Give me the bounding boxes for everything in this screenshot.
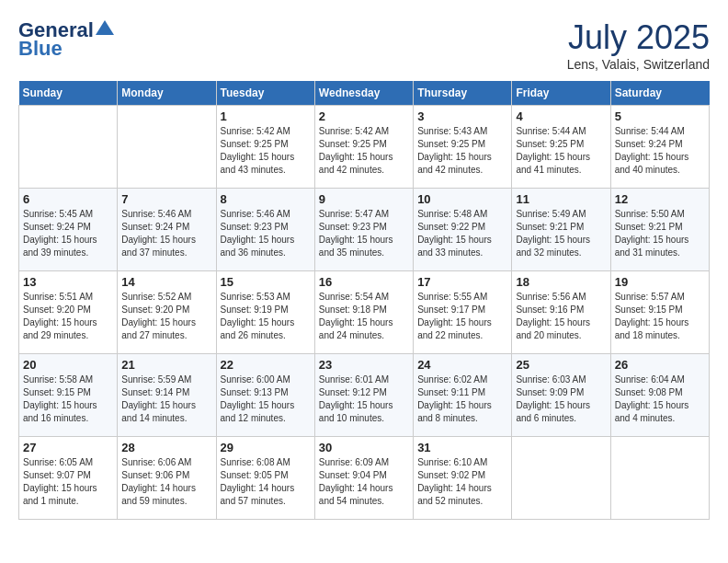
table-cell: 20Sunrise: 5:58 AM Sunset: 9:15 PM Dayli… xyxy=(19,354,118,437)
day-number: 4 xyxy=(516,109,606,123)
table-cell xyxy=(610,437,709,520)
table-cell: 14Sunrise: 5:52 AM Sunset: 9:20 PM Dayli… xyxy=(118,271,216,354)
table-cell: 25Sunrise: 6:03 AM Sunset: 9:09 PM Dayli… xyxy=(512,354,610,437)
day-info: Sunrise: 5:55 AM Sunset: 9:17 PM Dayligh… xyxy=(417,291,507,342)
header-thursday: Thursday xyxy=(414,81,512,106)
header-friday: Friday xyxy=(512,81,610,106)
title-block: July 2025 Lens, Valais, Switzerland xyxy=(567,18,710,72)
day-number: 29 xyxy=(221,441,311,454)
day-number: 25 xyxy=(516,358,606,372)
day-number: 12 xyxy=(615,192,705,206)
day-number: 16 xyxy=(319,275,409,289)
day-number: 10 xyxy=(417,192,507,206)
table-cell: 24Sunrise: 6:02 AM Sunset: 9:11 PM Dayli… xyxy=(414,354,512,437)
logo-blue: Blue xyxy=(18,37,63,61)
day-number: 28 xyxy=(121,441,211,454)
day-number: 1 xyxy=(221,109,311,123)
table-cell: 18Sunrise: 5:56 AM Sunset: 9:16 PM Dayli… xyxy=(512,271,610,354)
week-row-1: 1Sunrise: 5:42 AM Sunset: 9:25 PM Daylig… xyxy=(19,106,710,189)
day-info: Sunrise: 5:47 AM Sunset: 9:23 PM Dayligh… xyxy=(319,208,409,259)
table-cell: 29Sunrise: 6:08 AM Sunset: 9:05 PM Dayli… xyxy=(216,437,314,520)
table-cell: 3Sunrise: 5:43 AM Sunset: 9:25 PM Daylig… xyxy=(414,106,512,189)
table-cell: 7Sunrise: 5:46 AM Sunset: 9:24 PM Daylig… xyxy=(118,189,216,271)
header-saturday: Saturday xyxy=(610,81,709,106)
table-cell: 26Sunrise: 6:04 AM Sunset: 9:08 PM Dayli… xyxy=(610,354,709,437)
day-info: Sunrise: 5:48 AM Sunset: 9:22 PM Dayligh… xyxy=(417,208,507,259)
day-info: Sunrise: 6:01 AM Sunset: 9:12 PM Dayligh… xyxy=(319,373,409,425)
table-cell: 22Sunrise: 6:00 AM Sunset: 9:13 PM Dayli… xyxy=(216,354,314,437)
day-number: 17 xyxy=(417,275,507,289)
table-cell: 31Sunrise: 6:10 AM Sunset: 9:02 PM Dayli… xyxy=(414,437,512,520)
day-number: 13 xyxy=(23,275,113,289)
header-wednesday: Wednesday xyxy=(314,81,413,106)
day-info: Sunrise: 6:04 AM Sunset: 9:08 PM Dayligh… xyxy=(615,373,705,425)
table-cell: 30Sunrise: 6:09 AM Sunset: 9:04 PM Dayli… xyxy=(314,437,413,520)
day-info: Sunrise: 6:03 AM Sunset: 9:09 PM Dayligh… xyxy=(516,373,606,425)
day-info: Sunrise: 5:45 AM Sunset: 9:24 PM Dayligh… xyxy=(23,208,113,259)
day-info: Sunrise: 5:44 AM Sunset: 9:25 PM Dayligh… xyxy=(516,125,606,177)
day-info: Sunrise: 5:43 AM Sunset: 9:25 PM Dayligh… xyxy=(417,125,507,177)
day-number: 15 xyxy=(221,275,311,289)
table-cell: 11Sunrise: 5:49 AM Sunset: 9:21 PM Dayli… xyxy=(512,189,610,271)
day-info: Sunrise: 6:08 AM Sunset: 9:05 PM Dayligh… xyxy=(221,456,311,508)
day-info: Sunrise: 6:06 AM Sunset: 9:06 PM Dayligh… xyxy=(121,456,211,508)
month-title: July 2025 xyxy=(567,18,710,57)
day-info: Sunrise: 5:58 AM Sunset: 9:15 PM Dayligh… xyxy=(23,373,113,425)
header-tuesday: Tuesday xyxy=(216,81,314,106)
table-cell: 23Sunrise: 6:01 AM Sunset: 9:12 PM Dayli… xyxy=(314,354,413,437)
table-cell: 8Sunrise: 5:46 AM Sunset: 9:23 PM Daylig… xyxy=(216,189,314,271)
day-number: 9 xyxy=(319,192,409,206)
table-cell: 21Sunrise: 5:59 AM Sunset: 9:14 PM Dayli… xyxy=(118,354,216,437)
table-cell: 4Sunrise: 5:44 AM Sunset: 9:25 PM Daylig… xyxy=(512,106,610,189)
day-number: 27 xyxy=(23,441,113,454)
table-cell: 5Sunrise: 5:44 AM Sunset: 9:24 PM Daylig… xyxy=(610,106,709,189)
table-cell: 28Sunrise: 6:06 AM Sunset: 9:06 PM Dayli… xyxy=(118,437,216,520)
day-number: 19 xyxy=(615,275,705,289)
week-row-5: 27Sunrise: 6:05 AM Sunset: 9:07 PM Dayli… xyxy=(19,437,710,520)
header-monday: Monday xyxy=(118,81,216,106)
logo: General Blue xyxy=(18,18,114,61)
day-info: Sunrise: 5:42 AM Sunset: 9:25 PM Dayligh… xyxy=(221,125,311,177)
logo-icon xyxy=(96,20,114,35)
table-cell xyxy=(19,106,118,189)
week-row-3: 13Sunrise: 5:51 AM Sunset: 9:20 PM Dayli… xyxy=(19,271,710,354)
day-number: 14 xyxy=(121,275,211,289)
day-info: Sunrise: 5:42 AM Sunset: 9:25 PM Dayligh… xyxy=(319,125,409,177)
day-number: 30 xyxy=(319,441,409,454)
table-cell: 15Sunrise: 5:53 AM Sunset: 9:19 PM Dayli… xyxy=(216,271,314,354)
day-info: Sunrise: 5:49 AM Sunset: 9:21 PM Dayligh… xyxy=(516,208,606,259)
day-info: Sunrise: 5:52 AM Sunset: 9:20 PM Dayligh… xyxy=(121,291,211,342)
day-number: 7 xyxy=(121,192,211,206)
svg-marker-0 xyxy=(96,20,114,35)
day-info: Sunrise: 6:00 AM Sunset: 9:13 PM Dayligh… xyxy=(221,373,311,425)
header-sunday: Sunday xyxy=(19,81,118,106)
table-cell: 17Sunrise: 5:55 AM Sunset: 9:17 PM Dayli… xyxy=(414,271,512,354)
day-info: Sunrise: 5:57 AM Sunset: 9:15 PM Dayligh… xyxy=(615,291,705,342)
day-info: Sunrise: 6:05 AM Sunset: 9:07 PM Dayligh… xyxy=(23,456,113,508)
day-number: 6 xyxy=(23,192,113,206)
day-number: 21 xyxy=(121,358,211,372)
day-number: 2 xyxy=(319,109,409,123)
day-info: Sunrise: 5:53 AM Sunset: 9:19 PM Dayligh… xyxy=(221,291,311,342)
day-number: 23 xyxy=(319,358,409,372)
day-number: 20 xyxy=(23,358,113,372)
table-cell: 27Sunrise: 6:05 AM Sunset: 9:07 PM Dayli… xyxy=(19,437,118,520)
day-number: 5 xyxy=(615,109,705,123)
day-info: Sunrise: 5:59 AM Sunset: 9:14 PM Dayligh… xyxy=(121,373,211,425)
table-cell: 9Sunrise: 5:47 AM Sunset: 9:23 PM Daylig… xyxy=(314,189,413,271)
day-info: Sunrise: 5:44 AM Sunset: 9:24 PM Dayligh… xyxy=(615,125,705,177)
day-info: Sunrise: 5:46 AM Sunset: 9:23 PM Dayligh… xyxy=(221,208,311,259)
day-info: Sunrise: 6:10 AM Sunset: 9:02 PM Dayligh… xyxy=(417,456,507,508)
table-cell: 19Sunrise: 5:57 AM Sunset: 9:15 PM Dayli… xyxy=(610,271,709,354)
day-number: 11 xyxy=(516,192,606,206)
day-number: 24 xyxy=(417,358,507,372)
day-info: Sunrise: 5:56 AM Sunset: 9:16 PM Dayligh… xyxy=(516,291,606,342)
week-row-4: 20Sunrise: 5:58 AM Sunset: 9:15 PM Dayli… xyxy=(19,354,710,437)
week-row-2: 6Sunrise: 5:45 AM Sunset: 9:24 PM Daylig… xyxy=(19,189,710,271)
day-info: Sunrise: 5:50 AM Sunset: 9:21 PM Dayligh… xyxy=(615,208,705,259)
table-cell xyxy=(118,106,216,189)
page-header: General Blue July 2025 Lens, Valais, Swi… xyxy=(18,18,710,72)
day-info: Sunrise: 5:54 AM Sunset: 9:18 PM Dayligh… xyxy=(319,291,409,342)
location-subtitle: Lens, Valais, Switzerland xyxy=(567,57,710,72)
day-info: Sunrise: 5:51 AM Sunset: 9:20 PM Dayligh… xyxy=(23,291,113,342)
